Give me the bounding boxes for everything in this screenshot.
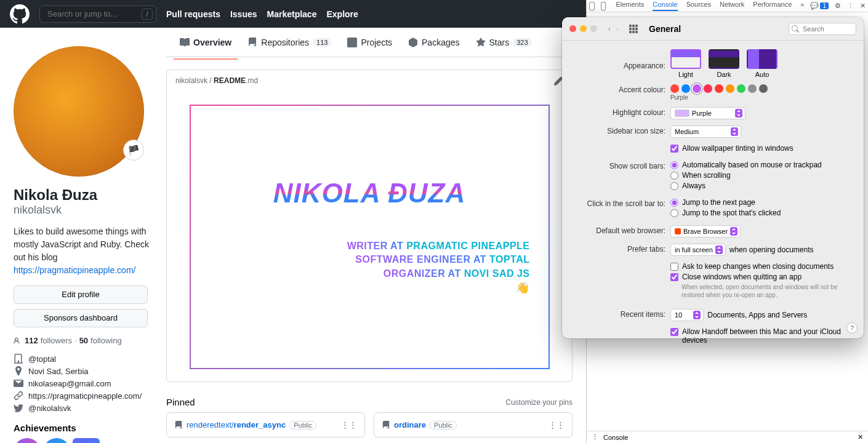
close-icon[interactable]: ✕	[858, 433, 863, 441]
accent-color-5[interactable]	[726, 84, 734, 93]
devtools-tab-console[interactable]: Console	[653, 1, 677, 11]
repo-icon	[174, 421, 183, 429]
avatar[interactable]: 🏴	[14, 46, 144, 177]
pinned-header: Pinned Customize your pins	[166, 397, 573, 407]
grip-icon[interactable]: ⋮⋮	[549, 420, 565, 429]
close-icon[interactable]: ✕	[860, 2, 866, 10]
appearance-dark[interactable]: Dark	[709, 49, 739, 78]
tab-stars[interactable]: Stars323	[470, 33, 538, 52]
search-slash-hint: /	[142, 9, 153, 20]
accent-color-8[interactable]	[759, 84, 768, 93]
accent-color-7[interactable]	[748, 84, 757, 93]
devtools-tab-performance[interactable]: Performance	[753, 1, 792, 11]
scroll-radio-always[interactable]: Always	[670, 182, 853, 190]
scroll-radio-scrolling[interactable]: When scrolling	[670, 171, 853, 180]
traffic-lights[interactable]	[569, 25, 597, 32]
devtools-tab-more[interactable]: »	[800, 1, 804, 11]
mac-search[interactable]	[789, 23, 856, 35]
click-radio-next[interactable]: Jump to the next page	[670, 198, 853, 207]
devtools-tab-network[interactable]: Network	[720, 1, 744, 11]
window-title: General	[649, 24, 681, 34]
browser-label: Default web browser:	[573, 225, 670, 235]
detail-email[interactable]: nikolaseap@gmail.com	[14, 378, 159, 388]
search-icon	[792, 25, 799, 33]
kebab-icon[interactable]: ⋮	[847, 2, 854, 10]
sidebar-size-select[interactable]: Medium	[670, 126, 741, 138]
grid-icon[interactable]	[629, 25, 638, 33]
recent-items-select[interactable]: 10	[670, 309, 704, 321]
sidebar-size-label: Sidebar icon size:	[573, 126, 670, 135]
detail-org[interactable]: @toptal	[14, 354, 159, 364]
book-icon	[180, 38, 190, 47]
handoff-checkbox[interactable]: Allow Handoff between this Mac and your …	[670, 327, 853, 345]
building-icon	[14, 354, 23, 364]
banner-text: WRITER AT PRAGMATIC PINEAPPLE SOFTWARE E…	[347, 239, 530, 296]
scroll-radio-auto[interactable]: Automatically based on mouse or trackpad	[670, 161, 853, 169]
tinting-checkbox[interactable]: Allow wallpaper tinting in windows	[670, 144, 853, 153]
prefer-tabs-select[interactable]: in full screen	[670, 244, 726, 256]
detail-twitter[interactable]: @nikolalsvk	[14, 403, 159, 413]
help-button[interactable]: ?	[846, 322, 858, 333]
followers-line[interactable]: 112followers · 50following	[14, 336, 159, 345]
devtools-issues-icon[interactable]: 💬1	[810, 2, 829, 10]
kebab-icon[interactable]: ⋮	[592, 433, 598, 441]
accent-label: Accent colour:	[573, 84, 670, 94]
status-badge[interactable]: 🏴	[123, 140, 144, 161]
highlight-select[interactable]: Purple	[670, 107, 745, 119]
devtools-console-drawer[interactable]: ⋮ Console ✕	[587, 431, 868, 443]
readme-box: nikolalsvk / README.md NIKOLA ĐUZA WRITE…	[166, 70, 573, 382]
nav-explore[interactable]: Explore	[326, 9, 358, 19]
tab-packages[interactable]: Packages	[402, 33, 465, 52]
mac-titlebar[interactable]: ‹› General	[562, 17, 864, 41]
grip-icon[interactable]: ⋮⋮	[341, 420, 357, 429]
profile-username: nikolalsvk	[14, 204, 159, 217]
accent-selected-label: Purple	[670, 94, 853, 101]
nav-pull-requests[interactable]: Pull requests	[166, 9, 220, 19]
achievement-badge-1[interactable]: x3	[14, 438, 41, 443]
ask-keep-checkbox[interactable]: Ask to keep changes when closing documen…	[670, 262, 853, 271]
accent-color-3[interactable]	[704, 84, 712, 93]
nav-marketplace[interactable]: Marketplace	[267, 9, 317, 19]
star-icon	[476, 38, 486, 47]
tab-projects[interactable]: Projects	[341, 33, 398, 52]
achievements-row: x3 x4	[14, 438, 159, 443]
customize-pins-link[interactable]: Customize your pins	[505, 398, 573, 407]
profile-banner: NIKOLA ĐUZA WRITER AT PRAGMATIC PINEAPPL…	[190, 105, 550, 369]
appearance-auto[interactable]: Auto	[747, 49, 778, 78]
prefer-tabs-label: Prefer tabs:	[573, 244, 670, 253]
edit-profile-button[interactable]: Edit profile	[14, 285, 148, 304]
achievement-badge-2[interactable]: x4	[43, 438, 70, 443]
recent-items-suffix: Documents, Apps and Servers	[707, 311, 807, 319]
detail-website[interactable]: https://pragmaticpineapple.com/	[14, 391, 159, 401]
search-input[interactable]	[39, 6, 156, 23]
close-windows-checkbox[interactable]: Close windows when quitting an app	[670, 273, 853, 281]
tab-repositories[interactable]: Repositories113	[241, 33, 337, 52]
accent-color-6[interactable]	[737, 84, 745, 93]
nav-issues[interactable]: Issues	[230, 9, 257, 19]
pinned-card-2[interactable]: ordinare Public ⋮⋮	[374, 412, 573, 437]
bio-link[interactable]: https://pragmaticpineapple.com/	[14, 265, 135, 275]
gear-icon[interactable]: ⚙	[835, 2, 841, 10]
accent-color-2[interactable]	[693, 84, 701, 93]
click-radio-spot[interactable]: Jump to the spot that's clicked	[670, 209, 853, 217]
highlight-label: Highlight colour:	[573, 107, 670, 117]
accent-color-0[interactable]	[670, 84, 679, 93]
accent-color-1[interactable]	[681, 84, 690, 93]
sponsors-dashboard-button[interactable]: Sponsors dashboard	[14, 309, 148, 327]
devtools-tab-elements[interactable]: Elements	[616, 1, 644, 11]
accent-color-4[interactable]	[715, 84, 723, 93]
tab-overview[interactable]: Overview	[174, 33, 238, 52]
browser-select[interactable]: Brave Browser	[670, 225, 741, 237]
achievement-badge-3[interactable]	[73, 438, 100, 443]
devtools-tab-sources[interactable]: Sources	[686, 1, 711, 11]
device-icon[interactable]	[601, 2, 606, 10]
pinned-card-1[interactable]: renderedtext/render_async Public ⋮⋮	[166, 412, 365, 437]
github-logo-icon[interactable]	[10, 4, 30, 24]
back-icon[interactable]: ‹	[608, 25, 611, 33]
banner-name: NIKOLA ĐUZA	[273, 178, 465, 209]
close-windows-desc: When selected, open documents and window…	[681, 283, 853, 299]
inspect-icon[interactable]	[589, 2, 595, 10]
macos-general-window: ‹› General Appearance: Light Dark Auto A…	[562, 17, 864, 338]
mail-icon	[14, 378, 23, 388]
appearance-light[interactable]: Light	[670, 49, 701, 78]
